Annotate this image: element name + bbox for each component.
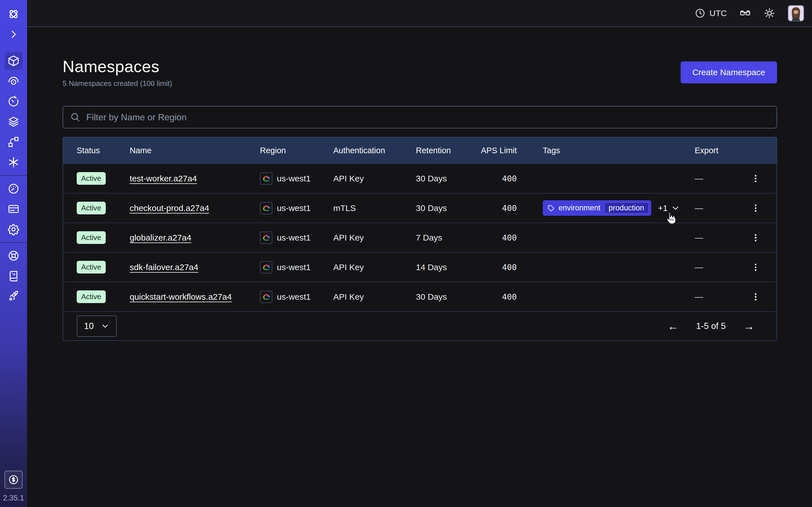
sidebar-item-support[interactable] <box>0 245 27 266</box>
tags-expand[interactable]: +1 <box>658 203 680 213</box>
row-menu-button[interactable] <box>747 170 764 187</box>
sidebar-item-observability[interactable] <box>0 71 27 91</box>
region-label: us-west1 <box>277 233 311 242</box>
next-page-button[interactable]: → <box>742 320 756 332</box>
labs-mode-button[interactable] <box>739 7 751 19</box>
retention-value: 7 Days <box>402 233 467 242</box>
export-value: — <box>681 203 737 213</box>
clock-icon <box>695 8 705 18</box>
main-content: Namespaces 5 Namespaces created (100 lim… <box>27 27 812 507</box>
sidebar-item-deployments[interactable] <box>0 112 27 132</box>
namespaces-table: Status Name Region Authentication Retent… <box>63 137 777 341</box>
glasses-icon <box>739 7 751 19</box>
filter-bar[interactable] <box>63 106 777 128</box>
retention-value: 30 Days <box>402 174 467 183</box>
col-tags: Tags <box>529 146 681 155</box>
sidebar-item-namespaces[interactable] <box>0 51 27 71</box>
prev-page-button[interactable]: ← <box>666 320 680 332</box>
namespace-link[interactable]: test-worker.a27a4 <box>130 174 197 183</box>
row-menu-button[interactable] <box>747 229 764 246</box>
col-retention: Retention <box>402 146 467 155</box>
cube-icon <box>4 52 22 70</box>
namespace-link[interactable]: globalizer.a27a4 <box>130 233 192 242</box>
row-menu-button[interactable] <box>747 200 764 217</box>
gcp-icon <box>260 202 272 214</box>
page-size-select[interactable]: 10 <box>77 316 117 337</box>
sidebar-item-billing[interactable] <box>0 199 27 219</box>
layers-icon <box>4 113 22 131</box>
namespace-link[interactable]: checkout-prod.a27a4 <box>130 203 209 213</box>
spiral-eye-icon <box>4 72 22 90</box>
theme-toggle-button[interactable] <box>763 7 775 19</box>
auth-value: API Key <box>320 263 402 272</box>
status-badge: Active <box>77 231 106 244</box>
sidebar-divider <box>0 242 27 243</box>
sidebar-footer: 2.35.1 <box>0 471 27 507</box>
page-range: 1-5 of 5 <box>696 321 726 331</box>
sidebar-item-settings[interactable] <box>0 219 27 239</box>
export-value: — <box>681 174 737 183</box>
table-row: Active globalizer.a27a4 us-west1 API Key <box>63 223 776 252</box>
asterisk-icon <box>4 153 22 171</box>
sidebar-expand-button[interactable] <box>0 24 27 45</box>
table-row: Active sdk-failover.a27a4 us-west1 API K… <box>63 252 776 282</box>
sidebar-item-docs[interactable] <box>0 266 27 286</box>
sidebar-item-usage[interactable] <box>0 179 27 199</box>
status-badge: Active <box>77 290 106 303</box>
avatar[interactable] <box>788 5 804 21</box>
book-sparkles-icon <box>4 267 22 285</box>
col-name: Name <box>116 146 246 155</box>
pricing-button[interactable] <box>4 471 22 489</box>
region-label: us-west1 <box>277 174 311 183</box>
filter-input[interactable] <box>86 112 770 123</box>
table-footer: 10 ← 1-5 of 5 → <box>63 311 776 340</box>
temporal-logo-icon <box>4 5 22 23</box>
col-region: Region <box>246 146 320 155</box>
sidebar-item-nexus[interactable] <box>0 152 27 172</box>
lifebuoy-icon <box>4 247 22 265</box>
chevron-right-icon <box>4 25 22 43</box>
search-icon <box>70 112 81 122</box>
branch-icon <box>4 133 22 151</box>
col-aps-limit: APS Limit <box>467 146 529 155</box>
timezone-selector[interactable]: UTC <box>695 8 727 18</box>
tags-cell: environment production +1 <box>529 200 681 216</box>
tag-icon <box>547 205 555 212</box>
table-row: Active test-worker.a27a4 us-west1 API Ke… <box>63 163 776 193</box>
row-menu-button[interactable] <box>747 259 764 276</box>
sidebar: 2.35.1 <box>0 0 27 507</box>
namespace-link[interactable]: sdk-failover.a27a4 <box>130 263 199 272</box>
create-namespace-button[interactable]: Create Namespace <box>680 61 777 83</box>
gcp-icon <box>260 291 272 303</box>
status-badge: Active <box>77 261 106 274</box>
table-header: Status Name Region Authentication Retent… <box>63 137 776 163</box>
namespace-link[interactable]: quickstart-workflows.a27a4 <box>130 292 232 301</box>
auth-value: API Key <box>320 174 402 183</box>
page-size-value: 10 <box>84 321 94 331</box>
sidebar-item-getting-started[interactable] <box>0 286 27 306</box>
aps-value: 400 <box>467 203 529 213</box>
col-authentication: Authentication <box>320 146 402 155</box>
sidebar-divider <box>0 175 27 176</box>
gear-icon <box>4 220 22 238</box>
region-label: us-west1 <box>277 263 311 272</box>
aps-value: 400 <box>467 263 529 272</box>
sidebar-item-schedules[interactable] <box>0 91 27 112</box>
status-badge: Active <box>77 172 106 185</box>
row-menu-button[interactable] <box>747 288 764 305</box>
region-label: us-west1 <box>277 292 311 302</box>
col-export: Export <box>681 146 737 155</box>
gcp-icon <box>260 231 272 244</box>
tag-chip[interactable]: environment production <box>543 200 651 216</box>
timer-icon <box>4 93 22 110</box>
aps-value: 400 <box>467 292 529 302</box>
page-subtitle: 5 Namespaces created (100 limit) <box>63 79 172 88</box>
temporal-logo[interactable] <box>0 4 27 24</box>
app-version: 2.35.1 <box>3 494 24 503</box>
tag-value: production <box>605 203 649 214</box>
gcp-icon <box>260 261 272 274</box>
sidebar-item-connections[interactable] <box>0 132 27 152</box>
sun-icon <box>763 7 775 19</box>
retention-value: 30 Days <box>402 292 467 302</box>
aps-value: 400 <box>467 174 529 183</box>
